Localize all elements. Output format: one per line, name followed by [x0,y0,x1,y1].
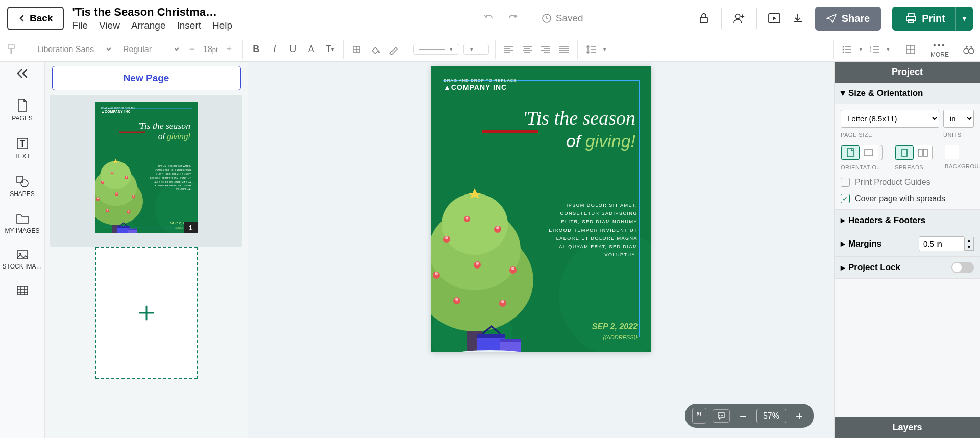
menu-file[interactable]: File [72,20,88,31]
design-canvas[interactable]: DRAG AND DROP TO REPLACE ▲COMPANY INC 'T… [431,66,651,352]
text-case-icon[interactable]: T▾ [323,42,337,57]
body-text[interactable]: IPSUM DOLOR SIT AMET, CONSETETUR SADIPSC… [541,201,638,259]
collapse-icon[interactable] [16,69,29,78]
menu-arrange[interactable]: Arrange [131,20,166,31]
section-size-orientation[interactable]: ▾Size & Orientation [835,83,980,104]
underline-icon[interactable]: U [286,42,300,57]
font-family-select[interactable]: Liberation Sans [31,42,113,56]
binoculars-icon[interactable] [962,42,976,57]
date-text[interactable]: SEP 2, 2022 [592,322,638,331]
spreads-single[interactable] [895,145,914,160]
format-toolbar: Liberation Sans Regular − 18pt + B I U A… [0,37,980,62]
svg-rect-52 [127,229,137,230]
print-dropdown[interactable]: ▼ [955,7,973,31]
lock-icon[interactable] [698,12,710,25]
align-left-icon[interactable] [502,42,516,57]
zoom-value[interactable]: 57% [756,409,786,423]
font-weight-select[interactable]: Regular [117,42,181,56]
font-size-value[interactable]: 18pt [203,45,218,54]
menu-help[interactable]: Help [212,20,232,31]
back-button[interactable]: Back [7,7,64,30]
nav-text[interactable]: T TEXT [0,137,44,160]
document-title[interactable]: 'Tis the Season Christma… [72,6,225,19]
nav-pages[interactable]: PAGES [0,99,44,122]
checkbox-print-guides[interactable]: Print Product Guides [841,178,974,187]
align-right-icon[interactable] [538,42,553,57]
menu-bar: File View Arrange Insert Help [72,20,232,31]
line-style-select[interactable]: ▼ [413,44,459,55]
page-thumbnail-1[interactable]: DRAG AND DROP TO REPLACE ▲COMPANY INC 'T… [95,102,198,233]
svg-point-82 [719,415,720,416]
menu-view[interactable]: View [99,20,120,31]
text-icon: T [16,137,29,150]
section-project-lock[interactable]: ▸Project Lock [835,257,980,278]
comment-icon[interactable] [713,409,730,423]
nav-my-images[interactable]: MY IMAGES [0,213,44,234]
body-text[interactable]: IPSUM DOLOR SIT AMET, CONSETETUR SADIPSC… [146,164,191,191]
spreads-double[interactable] [914,145,932,160]
svg-point-64 [496,226,499,229]
label-background: BACKGROU… [945,163,980,169]
font-size-decrease[interactable]: − [185,42,199,57]
image-icon [16,250,29,260]
more-button[interactable]: ••• MORE [930,41,949,58]
menu-insert[interactable]: Insert [177,20,202,31]
add-page-thumbnail[interactable] [95,247,198,379]
section-margins[interactable]: ▸Margins ▲▼ [835,231,980,256]
orientation-portrait[interactable] [841,145,860,160]
redo-icon[interactable] [506,12,519,25]
number-list-icon[interactable]: 123 [867,42,881,57]
pen-icon[interactable] [386,42,401,57]
nav-shapes[interactable]: SHAPES [0,175,44,198]
panel-header-layers[interactable]: Layers [835,417,980,438]
headline-2[interactable]: of giving! [566,131,635,151]
quote-tool-icon[interactable]: ❜❜ [692,408,706,424]
headline-1[interactable]: 'Tis the season [138,120,190,131]
margin-decrease[interactable]: ▼ [965,244,973,250]
svg-point-66 [466,217,469,220]
align-justify-icon[interactable] [557,42,571,57]
line-height-icon[interactable] [584,42,598,57]
page-number-badge: 1 [184,222,198,233]
margin-input[interactable] [919,236,965,251]
nav-tables[interactable] [0,285,44,296]
section-headers-footers[interactable]: ▸Headers & Footers [835,210,980,231]
share-button[interactable]: Share [815,7,881,31]
margin-increase[interactable]: ▲ [965,237,973,244]
headline-2[interactable]: of giving! [158,132,190,141]
zoom-out-icon[interactable]: − [736,409,750,423]
font-color-icon[interactable]: A [304,42,318,57]
layout-icon[interactable] [903,42,918,57]
new-page-button[interactable]: New Page [52,66,241,90]
bullet-list-icon[interactable] [840,42,854,57]
panel-header-project[interactable]: Project [835,62,980,83]
checkbox-cover-spreads[interactable]: ✓Cover page with spreads [841,194,974,203]
page-size-select[interactable]: Letter (8.5x11) [841,110,939,128]
undo-icon[interactable] [483,12,495,25]
nav-stock-images[interactable]: STOCK IMA… [0,250,44,270]
canvas-area[interactable]: DRAG AND DROP TO REPLACE ▲COMPANY INC 'T… [248,62,834,438]
svg-rect-89 [923,149,927,156]
project-lock-toggle[interactable] [951,262,974,273]
zoom-in-icon[interactable]: + [792,409,806,423]
crop-icon[interactable] [350,42,364,57]
svg-point-9 [378,51,380,53]
address-text[interactable]: {{ADDRESS}} [603,334,638,340]
download-icon[interactable] [792,12,804,25]
italic-icon[interactable]: I [267,42,282,57]
format-painter-icon[interactable] [4,42,18,57]
headline-1[interactable]: 'Tis the season [523,107,635,129]
units-select[interactable]: in [943,110,974,128]
bold-icon[interactable]: B [249,42,263,57]
svg-point-12 [843,51,844,53]
print-button[interactable]: Print [892,7,959,31]
play-icon[interactable] [768,12,780,25]
align-center-icon[interactable] [520,42,534,57]
line-weight-select[interactable]: ▼ [463,44,489,55]
background-swatch[interactable] [945,145,959,159]
fill-icon[interactable] [368,42,382,57]
font-size-increase[interactable]: + [222,42,236,57]
add-user-icon[interactable] [733,12,745,25]
saved-status[interactable]: Saved [542,13,583,24]
orientation-landscape[interactable] [860,145,878,160]
